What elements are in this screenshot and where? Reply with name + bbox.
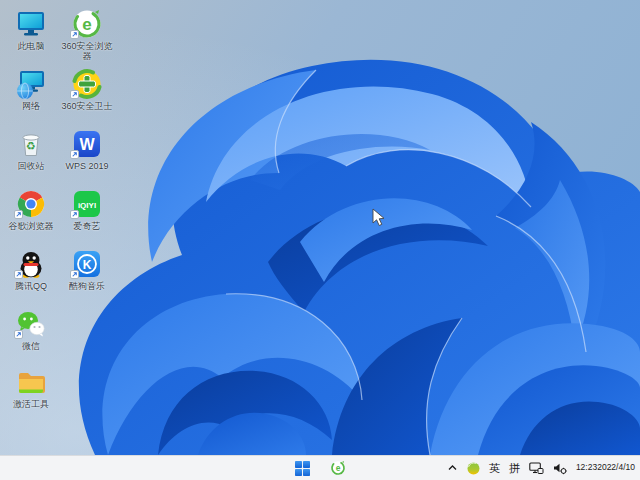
kugou-icon: K [71, 248, 103, 280]
shortcut-arrow-icon [70, 210, 79, 219]
shortcut-arrow-icon [14, 270, 23, 279]
svg-text:e: e [335, 463, 340, 473]
recycle-bin-icon: ♻ [15, 128, 47, 160]
desktop-icon-chrome[interactable]: 谷歌浏览器 [4, 188, 58, 231]
tray-volume[interactable] [553, 458, 567, 478]
clock-date: 2022/4/10 [597, 463, 635, 473]
shortcut-arrow-icon [14, 330, 23, 339]
svg-text:♻: ♻ [26, 140, 36, 153]
360-safe-icon [71, 68, 103, 100]
icon-label: 爱奇艺 [74, 221, 101, 231]
desktop-icon-this-pc[interactable]: 此电脑 [4, 8, 58, 51]
icon-label: 谷歌浏览器 [9, 221, 54, 231]
network-icon [15, 68, 47, 100]
shortcut-arrow-icon [70, 30, 79, 39]
chrome-icon [15, 188, 47, 220]
iqiyi-icon: iQIYI [71, 188, 103, 220]
icon-label: 激活工具 [13, 399, 49, 409]
icon-label: 回收站 [18, 161, 45, 171]
svg-text:W: W [79, 136, 95, 153]
desktop: 此电脑 e 360安全浏览器 网络 360安全卫士 ♻ [0, 0, 640, 480]
folder-icon [15, 366, 47, 398]
desktop-icon-wps[interactable]: W WPS 2019 [60, 128, 114, 171]
tray-network[interactable] [529, 458, 544, 478]
shortcut-arrow-icon [70, 90, 79, 99]
360-browser-icon: e [330, 460, 346, 476]
shortcut-arrow-icon [70, 270, 79, 279]
desktop-icon-kugou[interactable]: K 酷狗音乐 [60, 248, 114, 291]
desktop-icon-iqiyi[interactable]: iQIYI 爱奇艺 [60, 188, 114, 231]
shortcut-arrow-icon [70, 150, 79, 159]
360-safe-tray-icon [467, 462, 480, 475]
wechat-icon [15, 308, 47, 340]
shortcut-arrow-icon [14, 210, 23, 219]
taskbar-360-browser-button[interactable]: e [327, 458, 349, 478]
system-tray: 英 拼 12:23 2022/4/10 [447, 456, 635, 480]
this-pc-icon [15, 8, 47, 40]
svg-text:K: K [83, 258, 92, 272]
icon-label: 酷狗音乐 [69, 281, 105, 291]
icon-label: 此电脑 [18, 41, 45, 51]
svg-text:e: e [82, 15, 91, 34]
tray-360-safe[interactable] [467, 458, 480, 478]
desktop-icon-qq[interactable]: 腾讯QQ [4, 248, 58, 291]
desktop-icon-360-browser[interactable]: e 360安全浏览器 [60, 8, 114, 61]
windows-logo-icon [295, 461, 310, 476]
360-browser-icon: e [71, 8, 103, 40]
icon-label: 网络 [22, 101, 40, 111]
speaker-icon [553, 462, 567, 475]
desktop-icon-wechat[interactable]: 微信 [4, 308, 58, 351]
ime-language-indicator[interactable]: 英 [489, 458, 500, 478]
taskbar: e 英 拼 [0, 455, 640, 480]
taskbar-clock[interactable]: 12:23 2022/4/10 [576, 458, 635, 478]
desktop-icon-360-safe[interactable]: 360安全卫士 [60, 68, 114, 111]
wps-icon: W [71, 128, 103, 160]
desktop-icon-activation-folder[interactable]: 激活工具 [4, 366, 58, 409]
start-button[interactable] [292, 458, 314, 478]
chevron-up-icon [447, 463, 458, 473]
icon-label: 360安全浏览器 [61, 41, 113, 61]
ime-mode-indicator[interactable]: 拼 [509, 458, 520, 478]
icon-label: WPS 2019 [65, 161, 108, 171]
icon-label: 360安全卫士 [61, 101, 112, 111]
clock-time: 12:23 [576, 463, 597, 473]
tray-overflow-chevron[interactable] [447, 458, 458, 478]
network-ethernet-icon [529, 462, 544, 475]
desktop-icon-network[interactable]: 网络 [4, 68, 58, 111]
desktop-icon-recycle-bin[interactable]: ♻ 回收站 [4, 128, 58, 171]
icon-label: 微信 [22, 341, 40, 351]
svg-text:iQIYI: iQIYI [78, 201, 96, 210]
qq-icon [15, 248, 47, 280]
icon-label: 腾讯QQ [15, 281, 47, 291]
desktop-icon-grid: 此电脑 e 360安全浏览器 网络 360安全卫士 ♻ [0, 0, 640, 455]
